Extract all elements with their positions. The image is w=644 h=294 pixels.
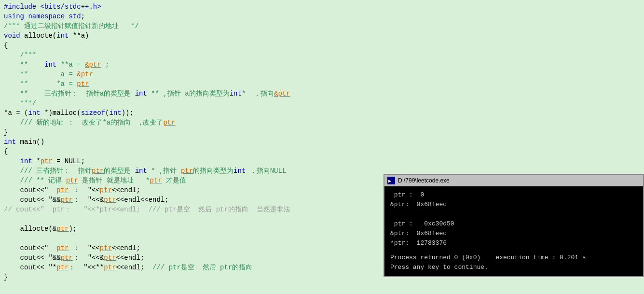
terminal-body: ptr : 0 &ptr: 0x68feec ptr : 0xc30d50 &p… <box>384 186 643 276</box>
terminal-title: D:\799\leetcode.exe <box>398 177 640 184</box>
terminal-blank-3 <box>390 248 637 253</box>
code-line-1: #include <bits/stdc++.h> <box>4 2 640 12</box>
code-line-2: using namespace std; <box>4 12 640 21</box>
code-line-15: int main() <box>4 137 640 147</box>
code-line-6: /*** <box>4 50 640 60</box>
code-line-17: int *ptr = NULL; <box>4 156 640 166</box>
code-line-13: /// 新的地址 ： 改变了*a的指向 ,改变了ptr <box>4 118 640 127</box>
terminal-icon: ▶ <box>387 177 395 184</box>
terminal-line-7: Press any key to continue. <box>390 263 637 272</box>
code-line-7: ** int **a = &ptr ; <box>4 60 640 70</box>
code-line-16: { <box>4 147 640 156</box>
terminal-line-4: &ptr: 0x68feec <box>390 229 637 238</box>
code-line-12: *a = (int *)malloc(sizeof(int)); <box>4 108 640 118</box>
code-panel[interactable]: #include <bits/stdc++.h> using namespace… <box>0 0 644 294</box>
code-line-11: ***/ <box>4 98 640 108</box>
svg-text:▶: ▶ <box>388 178 391 183</box>
code-line-14: } <box>4 127 640 137</box>
terminal-line-2: &ptr: 0x68feec <box>390 200 637 210</box>
main-container: #include <bits/stdc++.h> using namespace… <box>0 0 644 294</box>
terminal-line-6: Process returned 0 (0x0) execution time … <box>390 253 637 263</box>
terminal-line-3: ptr : 0xc30d50 <box>390 219 637 229</box>
code-line-10: ** 三省指针： 指针a的类型是 int ** ,指针 a的指向类型为int* … <box>4 89 640 98</box>
terminal-window[interactable]: ▶ D:\799\leetcode.exe ptr : 0 &ptr: 0x68… <box>384 174 644 277</box>
terminal-line-1: ptr : 0 <box>390 190 637 200</box>
terminal-blank-1 <box>390 210 637 214</box>
code-line-3: /*** 通过二级指针赋值指针新的地址 */ <box>4 21 640 31</box>
terminal-titlebar: ▶ D:\799\leetcode.exe <box>384 175 643 186</box>
code-line-4: void allocte(int **a) <box>4 31 640 41</box>
code-line-9: ** *a = ptr <box>4 79 640 89</box>
code-line-8: ** a = &ptr <box>4 70 640 79</box>
terminal-line-5: *ptr: 12783376 <box>390 238 637 248</box>
code-line-5: { <box>4 41 640 50</box>
terminal-blank-2 <box>390 214 637 219</box>
